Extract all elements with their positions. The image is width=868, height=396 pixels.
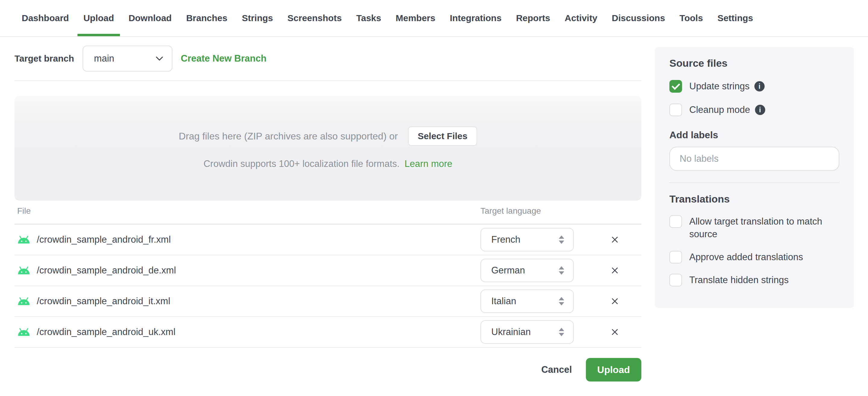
nav-item-members[interactable]: Members [396,0,435,36]
nav-item-settings[interactable]: Settings [717,0,753,36]
close-icon [610,296,620,306]
up-down-arrows-icon [559,235,564,244]
upload-button[interactable]: Upload [586,358,641,381]
nav-item-screenshots[interactable]: Screenshots [287,0,342,36]
footer-actions: Cancel Upload [14,348,641,396]
nav-item-tools[interactable]: Tools [680,0,703,36]
file-path: /crowdin_sample_android_uk.xml [37,327,176,337]
select-files-button[interactable]: Select Files [408,126,477,146]
nav-item-strings[interactable]: Strings [242,0,273,36]
chevron-down-icon [156,56,163,61]
dropzone-instruction-row: Drag files here (ZIP archives are also s… [179,126,477,146]
supported-formats-text: Crowdin supports 100+ localization file … [204,159,399,169]
info-icon[interactable]: i [754,81,765,91]
target-language-value: Italian [491,296,559,307]
upload-main-panel: Target branch main Create New Branch Dra… [14,37,641,396]
translate-hidden-strings-checkbox[interactable] [670,274,682,286]
target-language-select[interactable]: French [480,228,574,251]
up-down-arrows-icon [559,266,564,275]
target-language-select[interactable]: Ukrainian [480,320,574,344]
target-branch-label: Target branch [14,53,74,64]
android-file-icon [17,328,31,337]
cancel-button[interactable]: Cancel [541,358,572,381]
cleanup-mode-checkbox[interactable] [670,104,682,116]
update-strings-option: Update strings i [670,80,839,93]
checkbox-label: Cleanup mode [689,104,750,116]
android-file-icon [17,266,31,275]
table-row: /crowdin_sample_android_it.xml Italian [14,286,641,317]
nav-item-upload[interactable]: Upload [84,0,114,36]
add-labels-heading: Add labels [670,130,839,141]
page-content: Target branch main Create New Branch Dra… [0,37,868,396]
target-language-select[interactable]: Italian [480,289,574,313]
top-nav: Dashboard Upload Download Branches Strin… [0,0,868,37]
nav-item-integrations[interactable]: Integrations [450,0,501,36]
remove-file-button[interactable] [608,232,622,247]
checkbox-label: Translate hidden strings [689,274,789,286]
table-row: /crowdin_sample_android_fr.xml French [14,225,641,255]
branch-bar: Target branch main Create New Branch [14,37,641,81]
nav-item-branches[interactable]: Branches [186,0,227,36]
column-header-file: File [17,206,31,216]
target-language-value: German [491,265,559,276]
target-language-value: Ukrainian [491,327,559,337]
remove-file-button[interactable] [608,325,622,339]
sidebar-divider [670,182,839,183]
up-down-arrows-icon [559,328,564,336]
target-language-select[interactable]: German [480,259,574,282]
table-row: /crowdin_sample_android_de.xml German [14,255,641,286]
translations-heading: Translations [670,193,839,205]
info-icon[interactable]: i [755,105,765,115]
nav-item-reports[interactable]: Reports [516,0,550,36]
android-file-icon [17,235,31,244]
labels-input[interactable] [670,147,839,171]
file-path: /crowdin_sample_android_de.xml [37,265,176,276]
file-path: /crowdin_sample_android_it.xml [37,296,170,307]
close-icon [610,265,620,275]
table-row: /crowdin_sample_android_uk.xml Ukrainian [14,317,641,348]
target-branch-value: main [94,53,156,64]
target-language-value: French [491,234,559,245]
approve-added-translations-checkbox[interactable] [670,251,682,263]
translate-hidden-strings-option: Translate hidden strings [670,274,839,286]
checkbox-label: Approve added translations [689,251,803,263]
file-path: /crowdin_sample_android_fr.xml [37,234,171,245]
remove-file-button[interactable] [608,263,622,278]
update-strings-checkbox[interactable] [670,80,682,93]
android-file-icon [17,297,31,306]
remove-file-button[interactable] [608,294,622,309]
allow-target-match-source-checkbox[interactable] [670,215,682,228]
allow-target-match-source-option: Allow target translation to match source [670,215,839,241]
checkbox-label: Allow target translation to match source [689,215,831,241]
close-icon [610,235,620,245]
upload-settings-sidebar: Source files Update strings i Cleanup mo… [655,47,854,308]
nav-item-tasks[interactable]: Tasks [356,0,381,36]
nav-item-discussions[interactable]: Discussions [612,0,665,36]
approve-added-translations-option: Approve added translations [670,251,839,263]
dropzone-instruction: Drag files here (ZIP archives are also s… [179,131,398,142]
close-icon [610,327,620,337]
column-header-target-language: Target language [480,206,541,216]
cleanup-mode-option: Cleanup mode i [670,104,839,116]
target-branch-select[interactable]: main [83,46,173,72]
file-dropzone[interactable]: Drag files here (ZIP archives are also s… [14,96,641,200]
nav-item-activity[interactable]: Activity [564,0,597,36]
learn-more-link[interactable]: Learn more [404,159,453,169]
source-files-heading: Source files [670,57,839,69]
create-new-branch-link[interactable]: Create New Branch [181,53,267,64]
dropzone-support-row: Crowdin supports 100+ localization file … [204,159,453,169]
up-down-arrows-icon [559,297,564,306]
files-table-header: File Target language [14,200,641,225]
nav-item-dashboard[interactable]: Dashboard [22,0,69,36]
checkbox-label: Update strings [689,80,749,93]
nav-item-download[interactable]: Download [128,0,172,36]
